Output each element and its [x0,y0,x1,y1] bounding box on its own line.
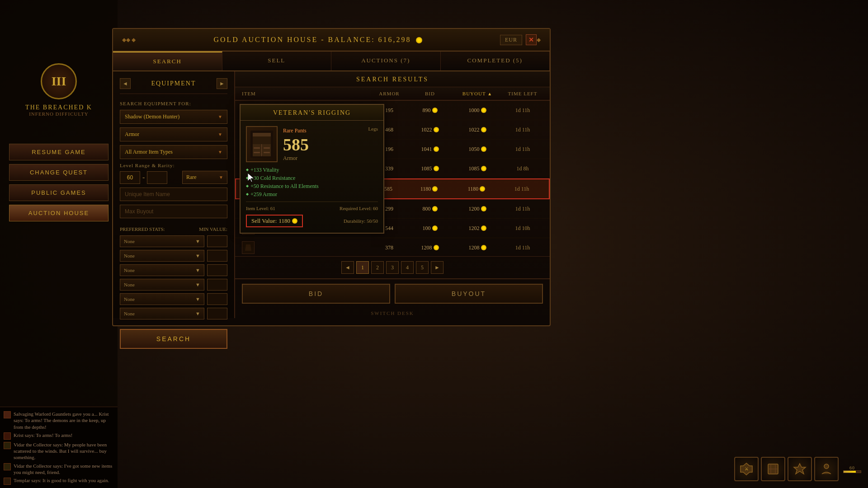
stat-3-value: None [124,267,135,273]
level-max-input[interactable] [147,171,167,184]
row-7-buyout-coin [481,225,486,231]
close-button[interactable]: ✕ [526,34,537,45]
window-header: ◆ ◆ Gold Auction House - Balance: 616,29… [113,29,550,52]
item-type1-arrow: ▼ [218,132,222,137]
popup-content: Rare Pants Legs 585 Armor +133 Vitality … [241,121,383,233]
followers-button[interactable] [814,457,839,481]
row-1-bid-val: 890 [423,107,431,114]
stat-6-input[interactable] [207,308,227,319]
back-button[interactable]: ◄ [120,78,131,89]
stat-6-dropdown[interactable]: None ▼ [120,308,204,319]
skills-button[interactable] [788,457,812,481]
row-4-buyout-coin [481,166,486,171]
page-5-button[interactable]: 5 [416,261,429,274]
stat-4-dropdown[interactable]: None ▼ [120,279,204,291]
chat-message-1: Salvaging Warlord Gauntlets gave you a..… [4,411,114,430]
page-4-button[interactable]: 4 [401,261,414,274]
stats-header: Preferred Stats: Min Value: [120,226,227,232]
auction-house-button[interactable]: Auction House [9,205,108,221]
tab-search[interactable]: Search [113,52,222,70]
stat-5-dropdown[interactable]: None ▼ [120,293,204,305]
chat-text-5: Templar says: It is good to fight with y… [14,477,109,483]
sort-arrow: ▲ [487,91,492,96]
stat-4-input[interactable] [207,279,227,291]
col-header-buyout[interactable]: Buyout ▲ [453,91,502,96]
row-8-bid-coin [434,245,439,250]
nav-buttons: Resume Game Change Quest Public Games Au… [0,144,118,221]
difficulty-label: Inferno Difficulty [0,111,118,117]
item-type1-dropdown[interactable]: Armor ▼ [120,127,227,141]
stat-1-arrow: ▼ [195,239,200,244]
stat-1-dropdown[interactable]: None ▼ [120,235,204,247]
search-button[interactable]: Search [120,329,227,349]
forward-button[interactable]: ► [217,78,227,89]
stat-2-dropdown[interactable]: None ▼ [120,250,204,262]
row-1-time: 1d 11h [502,107,543,114]
page-2-button[interactable]: 2 [371,261,384,274]
sell-label: Sell Value: [251,217,277,225]
stat-3-input[interactable] [207,264,227,276]
row-6-time: 1d 11h [502,206,543,212]
stat-2-input[interactable] [207,250,227,262]
class-dropdown[interactable]: Shadow (Demon Hunter) ▼ [120,110,227,124]
unique-item-input[interactable] [120,188,227,201]
page-1-button[interactable]: 1 [356,261,369,274]
stat-4-arrow: ▼ [195,282,200,287]
bid-button[interactable]: Bid [242,284,390,304]
item-stats: +133 Vitality +30 Cold Resistance +50 Re… [246,167,378,198]
item-type2-dropdown[interactable]: All Armor Item Types ▼ [120,145,227,159]
row-2-buyout: 1022 [453,127,502,133]
class-dropdown-value: Shadow (Demon Hunter) [125,113,179,120]
tab-sell[interactable]: Sell [222,52,332,70]
row-6-buyout-val: 1200 [469,206,480,212]
balance-label: Balance: [328,36,375,43]
item-stat-2: +30 Cold Resistance [246,175,378,182]
public-games-button[interactable]: Public Games [9,184,108,201]
change-quest-button[interactable]: Change Quest [9,164,108,181]
svg-rect-8 [264,152,270,153]
tab-completed[interactable]: Completed (5) [441,52,550,70]
level-range-inputs: - Rare ▼ [120,171,227,184]
stat-5-input[interactable] [207,293,227,305]
stat-1-input[interactable] [207,235,227,247]
rarity-arrow: ▼ [219,175,223,180]
game-logo-numeral: III [41,63,77,99]
item-icon [246,126,278,162]
row-3-buyout: 1050 [453,146,502,153]
results-title: Search Results [356,76,429,83]
resume-game-button[interactable]: Resume Game [9,144,108,160]
page-3-button[interactable]: 3 [386,261,399,274]
row-4-bid-coin [434,166,439,171]
col-header-bid: Bid [407,91,453,96]
buyout-button[interactable]: Buyout [395,284,543,304]
equipment-header: ◄ Equipment ► [120,78,227,94]
row-7-bid: 100 [407,225,453,232]
chat-icon-4 [4,463,11,470]
table-row-8[interactable]: 378 1208 1208 1d 11h [235,238,550,256]
bottom-buttons: Bid Buyout [235,278,550,308]
row-8-bid: 1208 [407,244,453,251]
row-8-time: 1d 11h [502,244,543,251]
xp-fill [844,471,856,473]
max-buyout-input[interactable] [120,205,227,218]
item-type: Rare Pants [283,127,307,134]
switch-desk-label: Switch Desk [235,308,550,318]
xp-bar [843,470,861,473]
level-min-input[interactable] [120,171,140,184]
stat-4-value: None [124,282,135,287]
inventory-button[interactable] [761,457,785,481]
hero-stats-button[interactable]: ⚔ [734,457,759,481]
stat-3-dropdown[interactable]: None ▼ [120,264,204,276]
chat-text-2: Krist says: To arms! To arms! [14,432,72,438]
item-detail-popup: Veteran's Rigging [240,104,384,234]
page-prev-button[interactable]: ◄ [341,261,354,274]
tab-auctions[interactable]: Auctions (7) [331,52,441,70]
stat-3-arrow: ▼ [195,267,200,273]
bottom-right-ui: ⚔ 60 [734,457,861,481]
item-stat-3: +50 Resistance to All Elements [246,183,378,190]
window-title-area: Gold Auction House - Balance: 616,298 [136,36,500,44]
window-title-text: Gold Auction House [213,36,318,43]
rarity-dropdown[interactable]: Rare ▼ [182,171,227,184]
page-next-button[interactable]: ► [431,261,443,274]
svg-rect-7 [254,152,260,153]
